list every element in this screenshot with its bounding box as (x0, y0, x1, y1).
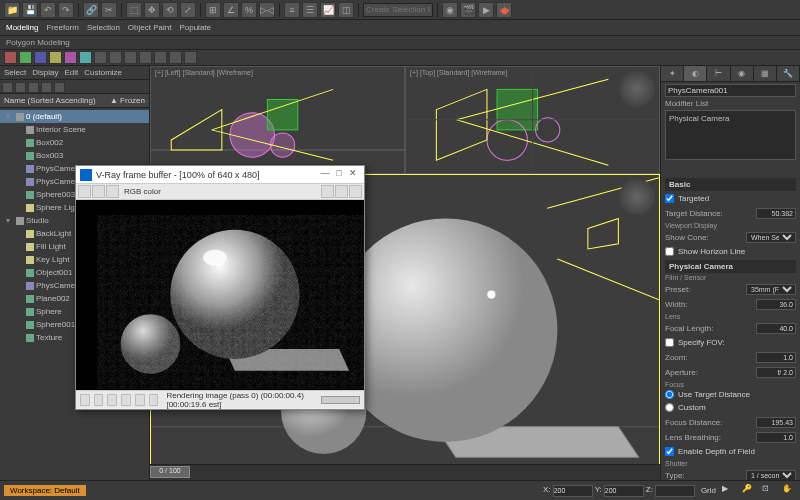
qa-icon[interactable] (139, 51, 152, 64)
qa-icon[interactable] (19, 51, 32, 64)
curve-editor-icon[interactable]: 📈 (320, 2, 336, 18)
zoom-input[interactable] (756, 352, 796, 363)
angle-snap-icon[interactable]: ∠ (223, 2, 239, 18)
filter-icon[interactable] (15, 82, 26, 93)
move-icon[interactable]: ✥ (144, 2, 160, 18)
filter-icon[interactable] (54, 82, 65, 93)
tree-node[interactable]: Box003 (0, 149, 149, 162)
stack-item[interactable]: Physical Camera (668, 113, 793, 124)
qa-icon[interactable] (154, 51, 167, 64)
rollout-physical[interactable]: Physical Camera (665, 260, 796, 273)
mirror-icon[interactable]: ▷◁ (259, 2, 275, 18)
qa-icon[interactable] (64, 51, 77, 64)
tab-motion-icon[interactable]: ◉ (731, 66, 754, 81)
maximize-icon[interactable]: □ (332, 168, 346, 182)
color-correct-icon[interactable] (107, 394, 117, 406)
qa-icon[interactable] (94, 51, 107, 64)
viewcube[interactable] (619, 71, 655, 107)
undo-icon[interactable]: ↶ (40, 2, 56, 18)
tree-node[interactable]: ▾0 (default) (0, 110, 149, 123)
focus-distance-input[interactable] (756, 417, 796, 428)
workspace-label[interactable]: Workspace: Default (4, 485, 86, 496)
filter-icon[interactable] (41, 82, 52, 93)
shutter-type-select[interactable]: 1 / seconds (746, 470, 796, 481)
close-icon[interactable]: ✕ (346, 168, 360, 182)
region-render-icon[interactable] (321, 185, 334, 198)
frame-slider[interactable]: 0 / 100 (150, 466, 190, 478)
qa-icon[interactable] (169, 51, 182, 64)
viewport-label[interactable]: [+] [Left] [Standard] [Wireframe] (155, 69, 253, 76)
tab-object-paint[interactable]: Object Paint (128, 23, 172, 32)
compare-icon[interactable] (94, 394, 104, 406)
layers-icon[interactable]: ☰ (302, 2, 318, 18)
key-icon[interactable]: 🔑 (742, 484, 756, 498)
scale-icon[interactable]: ⤢ (180, 2, 196, 18)
tab-freeform[interactable]: Freeform (46, 23, 78, 32)
stamp-icon[interactable] (135, 394, 145, 406)
render-frame-icon[interactable]: ▶ (478, 2, 494, 18)
rollout-basic[interactable]: Basic (665, 178, 796, 191)
minimize-icon[interactable]: — (318, 168, 332, 182)
menu-display[interactable]: Display (32, 68, 58, 77)
filter-icon[interactable] (28, 82, 39, 93)
save-image-icon[interactable] (78, 185, 91, 198)
qa-icon[interactable] (109, 51, 122, 64)
scene-explorer-header[interactable]: Name (Sorted Ascending) ▲ Frozen (0, 94, 149, 108)
qa-icon[interactable] (124, 51, 137, 64)
vray-render-output[interactable] (76, 200, 364, 390)
targeted-checkbox[interactable] (665, 194, 674, 203)
tab-utilities-icon[interactable]: 🔧 (777, 66, 800, 81)
viewcube[interactable] (619, 179, 655, 215)
z-input[interactable] (655, 485, 695, 497)
tab-modify-icon[interactable]: ◐ (684, 66, 707, 81)
dof-checkbox[interactable] (665, 447, 674, 456)
qa-icon[interactable] (34, 51, 47, 64)
focal-length-input[interactable] (756, 323, 796, 334)
render-icon[interactable]: 🫖 (496, 2, 512, 18)
unique-icon[interactable] (697, 162, 711, 176)
x-input[interactable] (553, 485, 593, 497)
show-end-icon[interactable] (681, 162, 695, 176)
pixel-info-icon[interactable] (149, 394, 159, 406)
custom-radio[interactable] (665, 403, 674, 412)
lens-breathing-input[interactable] (756, 432, 796, 443)
schematic-icon[interactable]: ◫ (338, 2, 354, 18)
tab-display-icon[interactable]: ▦ (754, 66, 777, 81)
tree-node[interactable]: Box002 (0, 136, 149, 149)
material-editor-icon[interactable]: ◉ (442, 2, 458, 18)
menu-customize[interactable]: Customize (84, 68, 122, 77)
select-icon[interactable]: ⬚ (126, 2, 142, 18)
viewport-top[interactable]: [+] [Top] [Standard] [Wireframe] (405, 66, 660, 174)
save-icon[interactable]: 💾 (22, 2, 38, 18)
lens-fx-icon[interactable] (121, 394, 131, 406)
channel-select[interactable]: RGB color (124, 187, 161, 196)
fov-checkbox[interactable] (665, 338, 674, 347)
qa-icon[interactable] (184, 51, 197, 64)
snap-icon[interactable]: ⊞ (205, 2, 221, 18)
use-target-radio[interactable] (665, 390, 674, 399)
aperture-input[interactable] (756, 367, 796, 378)
render-icon[interactable] (349, 185, 362, 198)
viewport-left[interactable]: [+] [Left] [Standard] [Wireframe] (150, 66, 405, 174)
menu-edit[interactable]: Edit (64, 68, 78, 77)
object-name-input[interactable] (665, 84, 796, 97)
modifier-stack[interactable]: Physical Camera (665, 110, 796, 160)
stop-render-icon[interactable] (335, 185, 348, 198)
file-icon[interactable]: 📁 (4, 2, 20, 18)
history-icon[interactable] (80, 394, 90, 406)
redo-icon[interactable]: ↷ (58, 2, 74, 18)
pin-stack-icon[interactable] (665, 162, 679, 176)
config-icon[interactable] (729, 162, 743, 176)
target-distance-input[interactable] (756, 208, 796, 219)
vray-titlebar[interactable]: V-Ray frame buffer - [100% of 640 x 480]… (76, 166, 364, 184)
qa-icon[interactable] (79, 51, 92, 64)
time-slider[interactable]: 0 / 100 (150, 464, 660, 480)
viewport-label[interactable]: [+] [Top] [Standard] [Wireframe] (410, 69, 507, 76)
menu-select[interactable]: Select (4, 68, 26, 77)
rotate-icon[interactable]: ⟲ (162, 2, 178, 18)
show-horizon-checkbox[interactable] (665, 247, 674, 256)
preset-select[interactable]: 35mm (F...Frame) (746, 284, 796, 295)
percent-snap-icon[interactable]: % (241, 2, 257, 18)
load-image-icon[interactable] (92, 185, 105, 198)
unlink-icon[interactable]: ✂ (101, 2, 117, 18)
